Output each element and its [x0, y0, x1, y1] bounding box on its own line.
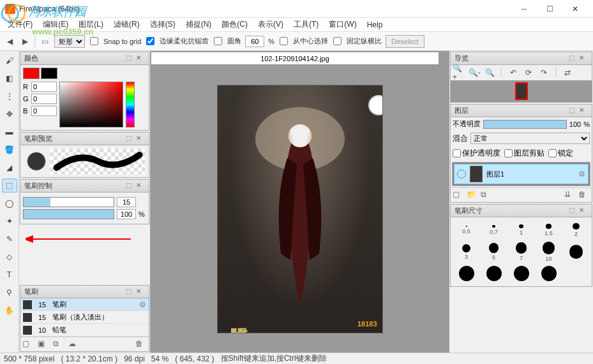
- move-tool[interactable]: ✥: [2, 107, 17, 121]
- rotate-right-icon[interactable]: ↷: [537, 67, 550, 78]
- brush-size-cell[interactable]: 3: [453, 242, 479, 262]
- background-swatch[interactable]: [41, 68, 57, 79]
- brush-size-cell[interactable]: 1.5: [536, 220, 562, 240]
- select-tool[interactable]: ⬚: [2, 178, 17, 193]
- gear-icon[interactable]: ⚙: [139, 300, 146, 309]
- brush-size-cell[interactable]: [508, 263, 534, 284]
- r-input[interactable]: [31, 82, 57, 92]
- brush-size-cell[interactable]: [536, 263, 562, 284]
- menu-file[interactable]: 文件(F): [3, 18, 38, 31]
- clip-checkbox[interactable]: [504, 149, 513, 157]
- new-layer-icon[interactable]: ▢: [453, 190, 464, 200]
- menu-view[interactable]: 表示(V): [253, 18, 289, 31]
- brush-size-cell[interactable]: 1: [508, 220, 534, 240]
- dup-layer-icon[interactable]: ⧉: [481, 190, 492, 200]
- shape-select[interactable]: 矩形: [54, 35, 85, 48]
- menu-help[interactable]: Help: [362, 19, 388, 31]
- undock-icon[interactable]: ⬚: [569, 54, 578, 63]
- protect-checkbox[interactable]: [453, 149, 461, 157]
- cloud-icon[interactable]: ☁: [68, 339, 80, 349]
- menu-tools[interactable]: 工具(T): [289, 18, 324, 31]
- foreground-swatch[interactable]: [23, 68, 40, 79]
- brush-size-cell[interactable]: 5: [481, 242, 507, 262]
- rotate-left-icon[interactable]: ↶: [507, 67, 520, 78]
- close-icon[interactable]: ✕: [136, 182, 145, 191]
- zoom-fit-icon[interactable]: 🔍: [483, 67, 496, 78]
- brush-size-cell[interactable]: 2: [563, 220, 589, 240]
- close-icon[interactable]: ✕: [136, 288, 145, 296]
- add-brush2-icon[interactable]: ▣: [38, 339, 49, 349]
- hue-slider[interactable]: [126, 82, 135, 127]
- layer-item[interactable]: 图层1 ⚙: [454, 164, 589, 184]
- lasso-tool[interactable]: ◯: [2, 196, 17, 210]
- brush-size-cell[interactable]: 10: [536, 242, 562, 262]
- menu-color[interactable]: 颜色(C): [216, 18, 253, 31]
- visibility-icon[interactable]: [457, 170, 466, 178]
- undock-icon[interactable]: ⬚: [126, 288, 135, 296]
- undock-icon[interactable]: ⬚: [126, 54, 135, 63]
- brush-list-item[interactable]: 15 笔刷（淡入淡出）: [20, 311, 149, 324]
- undock-icon[interactable]: ⬚: [126, 135, 135, 143]
- minimize-button[interactable]: ─: [511, 0, 537, 18]
- center-checkbox[interactable]: [280, 37, 288, 45]
- brush-size-slider[interactable]: [23, 197, 114, 207]
- pen-tool[interactable]: ✎: [2, 232, 17, 246]
- b-input[interactable]: [31, 106, 57, 116]
- brush-size-cell[interactable]: 0.7: [481, 220, 507, 240]
- menu-window[interactable]: 窗口(W): [324, 18, 361, 31]
- menu-select[interactable]: 选择(S): [145, 18, 181, 31]
- nav-thumbnail[interactable]: [515, 82, 528, 100]
- brush-size-cell[interactable]: 7: [508, 242, 534, 262]
- maximize-button[interactable]: ☐: [537, 0, 562, 18]
- zoom-out-icon[interactable]: 🔍-: [468, 67, 481, 78]
- blend-select[interactable]: 正常: [470, 133, 590, 144]
- undo-button[interactable]: ◀: [4, 36, 15, 47]
- merge-icon[interactable]: ⇊: [564, 190, 576, 200]
- menu-edit[interactable]: 编辑(E): [38, 18, 73, 31]
- canvas-viewport[interactable]: 陰陽師 18183: [150, 65, 449, 353]
- text-tool[interactable]: T: [2, 268, 17, 282]
- snap-checkbox[interactable]: [90, 37, 98, 45]
- brush-size-cell[interactable]: [481, 263, 507, 284]
- close-icon[interactable]: ✕: [579, 106, 588, 115]
- new-folder-icon[interactable]: 📁: [467, 190, 478, 200]
- layer-opacity-slider[interactable]: [483, 120, 567, 129]
- gradient-tool[interactable]: ◢: [2, 161, 17, 175]
- rotate-reset-icon[interactable]: ⟳: [522, 67, 535, 78]
- brush-size-cell[interactable]: 0.5: [453, 220, 479, 240]
- dup-brush-icon[interactable]: ⧉: [53, 339, 64, 349]
- fill-tool[interactable]: ▬: [2, 125, 17, 139]
- fixed-checkbox[interactable]: [333, 37, 342, 45]
- undock-icon[interactable]: ⬚: [569, 106, 578, 115]
- close-icon[interactable]: ✕: [579, 207, 588, 215]
- delete-layer-icon[interactable]: 🗑: [578, 190, 590, 200]
- brush-opacity-input[interactable]: [117, 209, 136, 219]
- undock-icon[interactable]: ⬚: [126, 182, 135, 191]
- menu-filter[interactable]: 滤镜(R): [109, 18, 145, 31]
- deselect-button[interactable]: Deselect: [386, 35, 424, 48]
- round-checkbox[interactable]: [214, 37, 222, 45]
- g-input[interactable]: [31, 94, 57, 104]
- shape-tool[interactable]: ◇: [2, 250, 17, 264]
- flip-icon[interactable]: ⇄: [561, 67, 574, 78]
- brush-list-item[interactable]: 10 铅笔: [20, 324, 149, 337]
- zoom-in-icon[interactable]: 🔍+: [453, 67, 465, 78]
- brush-size-cell[interactable]: [563, 242, 589, 262]
- eraser-tool[interactable]: ◧: [2, 71, 17, 85]
- brush-size-input[interactable]: [117, 197, 136, 207]
- round-input[interactable]: [245, 36, 264, 47]
- antialias-checkbox[interactable]: [146, 37, 154, 45]
- brush-opacity-slider[interactable]: [23, 209, 114, 219]
- menu-snap[interactable]: 捕捉(N): [181, 18, 217, 31]
- wand-tool[interactable]: ✦: [2, 214, 17, 228]
- brush-list-item[interactable]: 15 笔刷 ⚙: [20, 298, 149, 311]
- close-icon[interactable]: ✕: [136, 54, 145, 63]
- brush-size-cell[interactable]: [453, 263, 479, 284]
- gear-icon[interactable]: ⚙: [578, 170, 585, 178]
- add-brush-icon[interactable]: ▢: [22, 339, 34, 349]
- close-icon[interactable]: ✕: [579, 54, 588, 63]
- eyedropper-tool[interactable]: ⚲: [2, 286, 17, 300]
- color-gradient[interactable]: [59, 82, 123, 127]
- close-icon[interactable]: ✕: [136, 135, 145, 143]
- menu-layer[interactable]: 图层(L): [73, 18, 109, 31]
